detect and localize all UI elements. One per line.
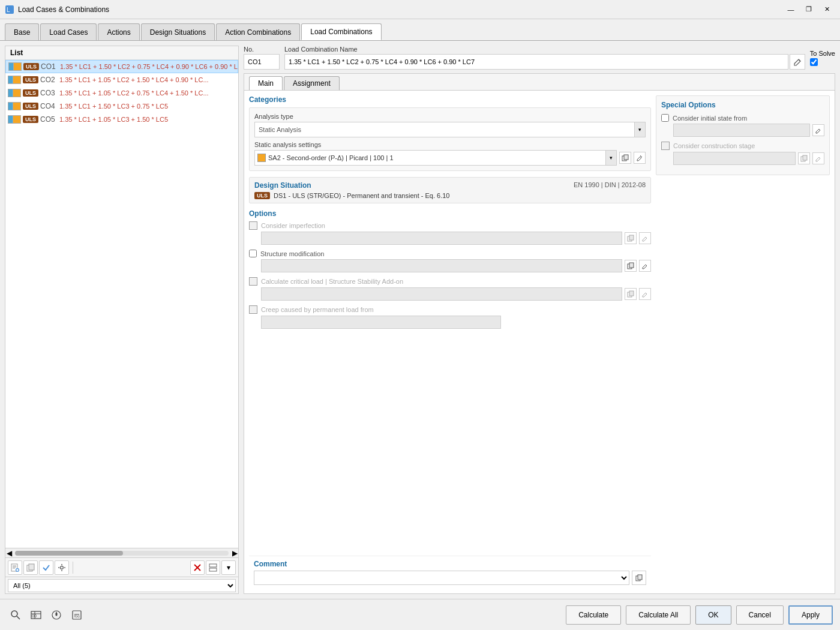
structure-modification-checkbox[interactable] [249, 250, 257, 257]
imperfection-field-row [261, 232, 651, 245]
horizontal-scrollbar[interactable]: ◀ ▶ [5, 548, 238, 557]
tab-actions[interactable]: Actions [98, 23, 139, 40]
minimize-button[interactable]: — [782, 3, 799, 16]
to-solve-group: To Solve [810, 50, 835, 66]
co-number: CO5 [40, 115, 57, 124]
construction-stage-edit-btn[interactable] [812, 152, 824, 164]
list-item[interactable]: ULS CO4 1.35 * LC1 + 1.50 * LC3 + 0.75 *… [5, 100, 238, 113]
svg-line-20 [799, 59, 800, 61]
list-item[interactable]: ULS CO3 1.35 * LC1 + 1.05 * LC2 + 0.75 *… [5, 86, 238, 100]
list-toolbar: ▾ [5, 557, 238, 577]
dropdown-button[interactable]: ▾ [221, 560, 236, 575]
svg-point-11 [61, 566, 64, 569]
duplicate-button[interactable] [23, 560, 38, 575]
design-situation-header: Design Situation EN 1990 | DIN | 2012-08 [254, 181, 646, 190]
search-icon [10, 610, 21, 620]
uls-badge: ULS [23, 63, 39, 70]
edit-icon [641, 290, 649, 298]
imperfection-edit-btn[interactable] [639, 232, 651, 244]
no-input[interactable] [244, 54, 280, 70]
sa-copy-button[interactable] [619, 152, 631, 164]
verify-icon [42, 563, 50, 572]
calc-button[interactable]: f(x) [68, 607, 85, 623]
inner-tab-assignment[interactable]: Assignment [284, 76, 340, 90]
view-toggle-button[interactable] [206, 560, 220, 575]
co-number: CO1 [41, 62, 58, 71]
sa-edit-icon [636, 154, 643, 161]
apply-button[interactable]: Apply [788, 605, 833, 625]
list-content[interactable]: ULS CO1 1.35 * LC1 + 1.50 * LC2 + 0.75 *… [5, 60, 238, 548]
maximize-button[interactable]: ❐ [800, 3, 817, 16]
categories-section: Categories Analysis type Static Analysis… [249, 95, 651, 171]
structure-modification-edit-btn[interactable] [639, 260, 651, 272]
design-situation-section: Design Situation EN 1990 | DIN | 2012-08… [249, 177, 651, 203]
scroll-right-btn[interactable]: ▶ [231, 549, 238, 557]
detail-content: Categories Analysis type Static Analysis… [244, 91, 835, 593]
new-item-button[interactable] [8, 560, 22, 575]
color-indicator2 [13, 115, 21, 124]
analysis-type-label: Analysis type [254, 113, 646, 120]
initial-state-checkbox[interactable] [661, 114, 669, 122]
edit-icon [793, 58, 802, 66]
inner-tab-main[interactable]: Main [249, 76, 283, 90]
structure-modification-input[interactable] [261, 259, 622, 272]
sa-dropdown-arrow[interactable]: ▾ [605, 151, 616, 165]
critical-load-header: Calculate critical load | Structure Stab… [249, 277, 651, 286]
construction-stage-copy-btn[interactable] [798, 152, 810, 164]
calculate-all-button[interactable]: Calculate All [626, 605, 691, 625]
results-button[interactable]: 00 [28, 607, 44, 623]
tab-base[interactable]: Base [5, 23, 39, 40]
close-button[interactable]: ✕ [818, 3, 835, 16]
list-item[interactable]: ULS CO5 1.35 * LC1 + 1.05 * LC3 + 1.50 *… [5, 113, 238, 126]
calculate-button[interactable]: Calculate [566, 605, 621, 625]
search-button[interactable] [7, 607, 24, 623]
critical-load-edit-btn[interactable] [639, 288, 651, 300]
design-situation-title: Design Situation [254, 181, 311, 190]
right-panel: No. Load Combination Name To Solve [244, 46, 835, 594]
static-settings-value: SA2 - Second-order (P-Δ) | Picard | 100 … [268, 154, 605, 161]
initial-state-edit-btn[interactable] [812, 124, 824, 136]
tab-design-situations[interactable]: Design Situations [141, 23, 215, 40]
navigator-button[interactable] [48, 607, 65, 623]
static-settings-label: Static analysis settings [254, 141, 646, 148]
detail-side: Special Options Consider initial state f… [656, 95, 830, 589]
tab-loadcases[interactable]: Load Cases [40, 23, 97, 40]
cancel-button[interactable]: Cancel [736, 605, 784, 625]
construction-stage-input [673, 152, 796, 165]
settings-button[interactable] [55, 560, 69, 575]
list-header: List [5, 46, 238, 60]
analysis-type-arrow[interactable]: ▾ [634, 122, 645, 137]
ok-button[interactable]: OK [695, 605, 731, 625]
critical-load-copy-btn[interactable] [625, 288, 637, 300]
scrollbar-thumb[interactable] [15, 551, 123, 556]
structure-modification-copy-btn[interactable] [625, 260, 637, 272]
special-options-title: Special Options [661, 101, 824, 109]
categories-box: Analysis type Static Analysis ▾ Static a… [249, 107, 651, 171]
list-item[interactable]: ULS CO2 1.35 * LC1 + 1.05 * LC2 + 1.50 *… [5, 73, 238, 86]
tab-load-combinations[interactable]: Load Combinations [301, 23, 381, 40]
name-input[interactable] [284, 54, 788, 70]
imperfection-copy-btn[interactable] [625, 232, 637, 244]
name-group: Load Combination Name [284, 46, 805, 70]
titlebar: L Load Cases & Combinations — ❐ ✕ [0, 0, 840, 19]
co-number: CO2 [40, 76, 57, 84]
creep-input [261, 316, 501, 329]
filter-select[interactable]: All (5) [8, 579, 236, 592]
analysis-type-dropdown[interactable]: Static Analysis ▾ [254, 122, 646, 137]
co-formula: 1.35 * LC1 + 1.05 * LC3 + 1.50 * LC5 [59, 116, 168, 123]
delete-button[interactable] [190, 560, 205, 575]
verify-button[interactable] [39, 560, 53, 575]
sa-edit-button[interactable] [634, 152, 646, 164]
edit-name-button[interactable] [790, 54, 805, 70]
to-solve-checkbox[interactable] [810, 58, 818, 66]
creep-label: Creep caused by permanent load from [261, 306, 374, 313]
svg-rect-27 [629, 263, 634, 268]
list-item[interactable]: ULS CO1 1.35 * LC1 + 1.50 * LC2 + 0.75 *… [5, 60, 238, 73]
static-settings-dropdown[interactable]: SA2 - Second-order (P-Δ) | Picard | 100 … [254, 150, 617, 166]
tab-action-combinations[interactable]: Action Combinations [216, 23, 300, 40]
scroll-left-btn[interactable]: ◀ [5, 549, 13, 557]
copy-icon [627, 262, 634, 269]
svg-rect-18 [209, 564, 217, 567]
comment-select[interactable] [254, 571, 629, 585]
comment-copy-btn[interactable] [632, 571, 646, 585]
